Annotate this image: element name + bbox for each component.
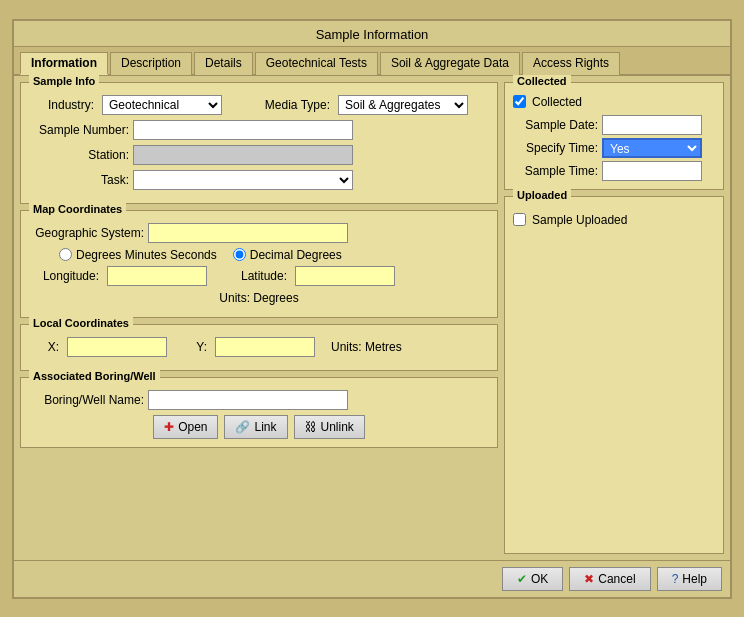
collected-fields: Sample Date: 4/7/2018 Specify Time: Yes … <box>513 115 715 181</box>
main-dialog: Sample Information Information Descripti… <box>12 19 732 599</box>
open-label: Open <box>178 420 207 434</box>
x-input[interactable]: 120 <box>67 337 167 357</box>
latitude-label: Latitude: <box>227 269 287 283</box>
left-panel: Sample Info Industry: Geotechnical Media… <box>20 82 498 554</box>
media-type-label: Media Type: <box>250 98 330 112</box>
tab-bar: Information Description Details Geotechn… <box>14 47 730 76</box>
local-coordinates-group: Local Coordinates X: 120 Y: 1124 Units: … <box>20 324 498 371</box>
station-row: Station: <box>29 145 489 165</box>
tab-details[interactable]: Details <box>194 52 253 75</box>
radio-dd-label[interactable]: Decimal Degrees <box>233 248 342 262</box>
collected-checkbox[interactable] <box>513 95 526 108</box>
collected-checkbox-label: Collected <box>532 95 582 109</box>
cancel-button[interactable]: ✖ Cancel <box>569 567 650 591</box>
sample-info-title: Sample Info <box>29 75 99 87</box>
y-label: Y: <box>187 340 207 354</box>
map-units-text: Units: Degrees <box>219 291 298 305</box>
tab-access-rights[interactable]: Access Rights <box>522 52 620 75</box>
radio-dms-text: Degrees Minutes Seconds <box>76 248 217 262</box>
boring-name-label: Boring/Well Name: <box>29 393 144 407</box>
sample-info-group: Sample Info Industry: Geotechnical Media… <box>20 82 498 204</box>
tab-description[interactable]: Description <box>110 52 192 75</box>
longitude-label: Longitude: <box>29 269 99 283</box>
radio-dd-text: Decimal Degrees <box>250 248 342 262</box>
industry-select[interactable]: Geotechnical <box>102 95 222 115</box>
sample-time-input[interactable] <box>602 161 702 181</box>
sample-number-row: Sample Number: SS1-1 <box>29 120 489 140</box>
specify-time-row: Specify Time: Yes <box>513 138 715 158</box>
help-button[interactable]: ? Help <box>657 567 722 591</box>
unlink-icon: ⛓ <box>305 420 317 434</box>
ok-button[interactable]: ✔ OK <box>502 567 563 591</box>
map-coordinates-title: Map Coordinates <box>29 203 126 215</box>
link-button[interactable]: 🔗 Link <box>224 415 287 439</box>
radio-dms[interactable] <box>59 248 72 261</box>
uploaded-group: Uploaded Sample Uploaded <box>504 196 724 554</box>
collected-checkbox-row: Collected <box>513 95 715 109</box>
help-icon: ? <box>672 572 679 586</box>
local-coord-row: X: 120 Y: 1124 Units: Metres <box>29 337 489 357</box>
geo-system-row: Geographic System: WGS 84 (epsg:4326) <box>29 223 489 243</box>
geo-system-label: Geographic System: <box>29 226 144 240</box>
task-label: Task: <box>29 173 129 187</box>
collected-group: Collected Collected Sample Date: 4/7/201… <box>504 82 724 190</box>
boring-name-input[interactable]: BH-1 <box>148 390 348 410</box>
ok-label: OK <box>531 572 548 586</box>
sample-date-input[interactable]: 4/7/2018 <box>602 115 702 135</box>
media-type-select[interactable]: Soil & Aggregates <box>338 95 468 115</box>
uploaded-checkbox[interactable] <box>513 213 526 226</box>
cancel-label: Cancel <box>598 572 635 586</box>
footer-buttons: ✔ OK ✖ Cancel ? Help <box>14 560 730 597</box>
task-select[interactable] <box>133 170 353 190</box>
sample-time-row: Sample Time: <box>513 161 715 181</box>
sample-number-label: Sample Number: <box>29 123 129 137</box>
industry-row: Industry: Geotechnical Media Type: Soil … <box>29 95 489 115</box>
coord-row: Longitude: -80.533066 Latitude: 43.36177… <box>29 266 489 286</box>
geo-system-input[interactable]: WGS 84 (epsg:4326) <box>148 223 348 243</box>
dialog-title: Sample Information <box>14 21 730 47</box>
x-label: X: <box>29 340 59 354</box>
tab-soil-aggregate[interactable]: Soil & Aggregate Data <box>380 52 520 75</box>
unlink-label: Unlink <box>321 420 354 434</box>
longitude-input[interactable]: -80.533066 <box>107 266 207 286</box>
boring-name-row: Boring/Well Name: BH-1 <box>29 390 489 410</box>
map-coordinates-group: Map Coordinates Geographic System: WGS 8… <box>20 210 498 318</box>
radio-dms-label[interactable]: Degrees Minutes Seconds <box>59 248 217 262</box>
local-units-text: Units: Metres <box>331 340 402 354</box>
specify-time-select[interactable]: Yes <box>602 138 702 158</box>
unlink-button[interactable]: ⛓ Unlink <box>294 415 365 439</box>
boring-well-group: Associated Boring/Well Boring/Well Name:… <box>20 377 498 448</box>
collected-title: Collected <box>513 75 571 87</box>
ok-icon: ✔ <box>517 572 527 586</box>
uploaded-title: Uploaded <box>513 189 571 201</box>
open-button[interactable]: ✚ Open <box>153 415 218 439</box>
right-panel: Collected Collected Sample Date: 4/7/201… <box>504 82 724 554</box>
action-buttons: ✚ Open 🔗 Link ⛓ Unlink <box>29 415 489 439</box>
latitude-input[interactable]: 43.361779 <box>295 266 395 286</box>
station-label: Station: <box>29 148 129 162</box>
station-input[interactable] <box>133 145 353 165</box>
dialog-body: Sample Info Industry: Geotechnical Media… <box>14 76 730 560</box>
map-units-row: Units: Degrees <box>29 291 489 305</box>
uploaded-checkbox-label: Sample Uploaded <box>532 213 627 227</box>
sample-date-label: Sample Date: <box>513 118 598 132</box>
radio-dd[interactable] <box>233 248 246 261</box>
y-input[interactable]: 1124 <box>215 337 315 357</box>
uploaded-checkbox-row: Sample Uploaded <box>513 213 715 227</box>
sample-time-label: Sample Time: <box>513 164 598 178</box>
cancel-icon: ✖ <box>584 572 594 586</box>
boring-well-title: Associated Boring/Well <box>29 370 160 382</box>
local-coordinates-title: Local Coordinates <box>29 317 133 329</box>
link-icon: 🔗 <box>235 420 250 434</box>
tab-information[interactable]: Information <box>20 52 108 75</box>
link-label: Link <box>254 420 276 434</box>
industry-label: Industry: <box>29 98 94 112</box>
radio-group: Degrees Minutes Seconds Decimal Degrees <box>59 248 489 262</box>
specify-time-label: Specify Time: <box>513 141 598 155</box>
sample-number-input[interactable]: SS1-1 <box>133 120 353 140</box>
help-label: Help <box>682 572 707 586</box>
tab-geotechnical-tests[interactable]: Geotechnical Tests <box>255 52 378 75</box>
open-icon: ✚ <box>164 420 174 434</box>
task-row: Task: <box>29 170 489 190</box>
sample-date-row: Sample Date: 4/7/2018 <box>513 115 715 135</box>
